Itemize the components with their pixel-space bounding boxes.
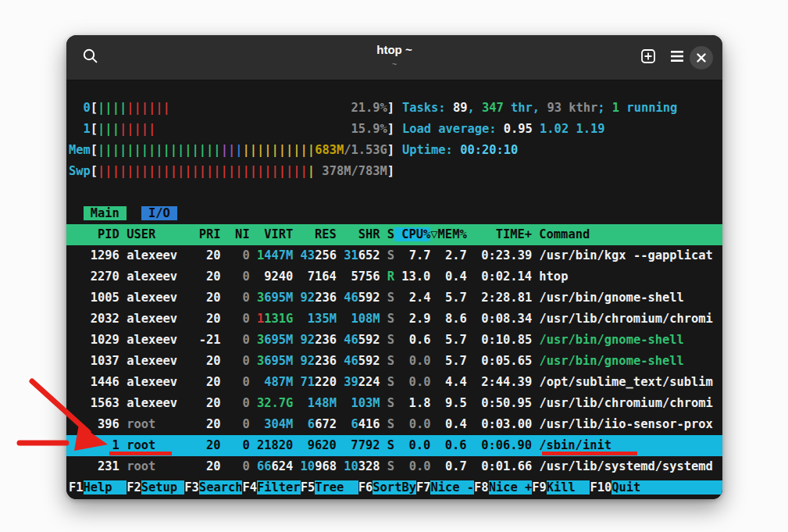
- text-run: 46: [344, 291, 358, 305]
- text-run: 32.7G: [257, 396, 293, 410]
- text-run: 1446 alexeev 20: [69, 375, 221, 389]
- text-run: ||||||||||: [242, 143, 315, 157]
- text-run: 92: [301, 354, 316, 368]
- text-run: 0.7 0:01.66 /usr/lib/systemd/systemd: [430, 459, 712, 473]
- text-run: [293, 248, 300, 262]
- text-run: /usr/bin/gnome-shell: [539, 333, 683, 347]
- text-run: [69, 206, 84, 220]
- text-run: 695M: [264, 333, 293, 347]
- process-row[interactable]: 396 root 20 0 304M 6672 6416 S 0.0 0.4 0…: [66, 414, 722, 435]
- text-run: /usr/bin/gnome-shell: [539, 354, 683, 368]
- swap-meter: Swp[|||||||||||||||||||||||||||||| 378M/…: [69, 161, 394, 182]
- text-run: 21.9%: [170, 101, 387, 115]
- text-run: 0: [221, 248, 257, 262]
- text-run: 3: [257, 333, 264, 347]
- text-run: 0: [221, 312, 257, 326]
- text-run: root: [127, 459, 191, 473]
- text-run: S: [380, 312, 395, 326]
- text-run: 592: [358, 333, 380, 347]
- fn-kill-button[interactable]: Kill: [547, 480, 590, 495]
- process-row[interactable]: 1037 alexeev 20 0 3695M 92236 46592 S 0.…: [66, 351, 722, 372]
- fnkey-f6: F6: [358, 480, 373, 495]
- text-run: Mem: [69, 143, 91, 157]
- text-run: 1: [257, 312, 264, 326]
- process-row[interactable]: 231 root 20 0 66624 10968 10328 S 0.0 0.…: [66, 456, 722, 477]
- text-run: S 0.0: [380, 354, 431, 368]
- text-run: 10: [344, 459, 358, 473]
- text-run: ||||||: [127, 101, 170, 115]
- tab-main[interactable]: Main: [84, 206, 127, 220]
- close-icon[interactable]: [690, 46, 713, 70]
- text-run: S: [380, 333, 395, 347]
- console-window: htop ~ ~ 0[||||||||||: [66, 35, 722, 499]
- text-run: 1: [69, 122, 91, 136]
- text-run: 695M: [264, 291, 293, 305]
- load-average: Load average: 0.95 1.02 1.19: [402, 119, 604, 140]
- new-tab-icon[interactable]: [640, 48, 657, 68]
- text-run: 0: [221, 354, 257, 368]
- text-run: R: [380, 270, 394, 284]
- fn-nice-minus-button[interactable]: Nice -: [430, 480, 474, 495]
- process-row[interactable]: 2032 alexeev 20 0 1131G 135M 108M S 2.9 …: [66, 309, 722, 330]
- process-row[interactable]: 1446 alexeev 20 0 487M 71220 39224 S 0.0…: [66, 372, 722, 393]
- text-run: 103M: [344, 396, 380, 410]
- fnkey-f4: F4: [242, 480, 257, 495]
- table-header[interactable]: PID USER PRI NI VIRT RES SHR S CPU%▽MEM%…: [66, 224, 722, 245]
- fn-tree-button[interactable]: Tree: [315, 480, 358, 495]
- hamburger-menu-icon[interactable]: [669, 50, 685, 66]
- text-run: 6: [351, 417, 358, 431]
- text-run: S: [380, 291, 395, 305]
- fn-sortby-button[interactable]: SortBy: [373, 480, 416, 495]
- text-run: ]: [387, 164, 394, 178]
- process-row[interactable]: 1296 alexeev 20 0 1447M 43256 31652 S 7.…: [66, 245, 722, 266]
- fn-nice-plus-button[interactable]: Nice +: [489, 480, 533, 495]
- text-run: ]: [387, 122, 394, 136]
- fn-search-button[interactable]: Search: [199, 480, 243, 495]
- process-row[interactable]: 1029 alexeev -21 0 3695M 92236 46592 S 0…: [66, 330, 722, 351]
- text-run: 220: [315, 375, 344, 389]
- terminal-screen: 0[|||||||||| 21.9%] 1[|||||||| 15.9%] Me…: [66, 80, 722, 499]
- fn-filter-button[interactable]: Filter: [257, 480, 301, 495]
- memory-meter: Mem[||||||||||||||||||||||||||||||683M/1…: [69, 140, 394, 161]
- text-run: 1563 alexeev 20: [69, 396, 221, 410]
- fnkey-f9: F9: [532, 480, 547, 495]
- text-run: 378M/783M: [315, 164, 387, 178]
- sort-column-cpu[interactable]: CPU%: [394, 227, 430, 241]
- fn-quit-button[interactable]: Quit: [612, 480, 722, 495]
- text-run: [: [91, 164, 98, 178]
- text-run: |||: [98, 122, 119, 136]
- text-run: 236: [315, 333, 344, 347]
- text-run: 236: [315, 354, 344, 368]
- text-run: ]: [387, 143, 394, 157]
- text-run: S 0.0: [380, 375, 431, 389]
- text-run: root: [127, 417, 191, 431]
- screen-tabs: Main I/O: [69, 203, 177, 224]
- text-run: 20: [192, 417, 221, 431]
- column-headers: MEM% TIME+ Command: [438, 227, 590, 241]
- text-run: 1296 alexeev 20: [69, 248, 221, 262]
- text-run: 148M: [301, 396, 337, 410]
- text-run: 6: [308, 417, 315, 431]
- process-row[interactable]: 2270 alexeev 20 0 9240 7164 5756 R 13.0 …: [66, 266, 722, 287]
- text-run: 416: [358, 417, 380, 431]
- fnkey-f8: F8: [474, 480, 489, 495]
- text-run: S: [380, 248, 395, 262]
- text-run: 2.4 5.7 2:28.81 /usr/bin/gnome-shell: [394, 291, 684, 305]
- text-run: S 0.0: [380, 459, 431, 473]
- text-run: [127, 206, 141, 220]
- text-run: 236: [315, 291, 344, 305]
- text-run: 0: [221, 270, 257, 284]
- text-run: 89: [453, 101, 468, 115]
- process-row[interactable]: 1005 alexeev 20 0 3695M 92236 46592 S 2.…: [66, 287, 722, 309]
- text-run: running: [619, 101, 677, 115]
- tasks-summary: Tasks: 89, 347 thr, 93 kthr; 1 running: [402, 98, 677, 119]
- text-run: S: [380, 396, 395, 410]
- tab-io[interactable]: I/O: [141, 206, 177, 220]
- fn-help-button[interactable]: Help: [84, 480, 127, 495]
- text-run: ,: [467, 101, 482, 115]
- fn-setup-button[interactable]: Setup: [141, 480, 185, 495]
- process-row[interactable]: 1563 alexeev 20 0 32.7G 148M 103M S 1.8 …: [66, 393, 722, 414]
- cpu0-meter: 0[|||||||||| 21.9%]: [69, 98, 394, 119]
- text-run: Swp: [69, 164, 91, 178]
- process-row-selected[interactable]: 1 root 20 0 21820 9620 7792 S 0.0 0.6 0:…: [66, 435, 722, 456]
